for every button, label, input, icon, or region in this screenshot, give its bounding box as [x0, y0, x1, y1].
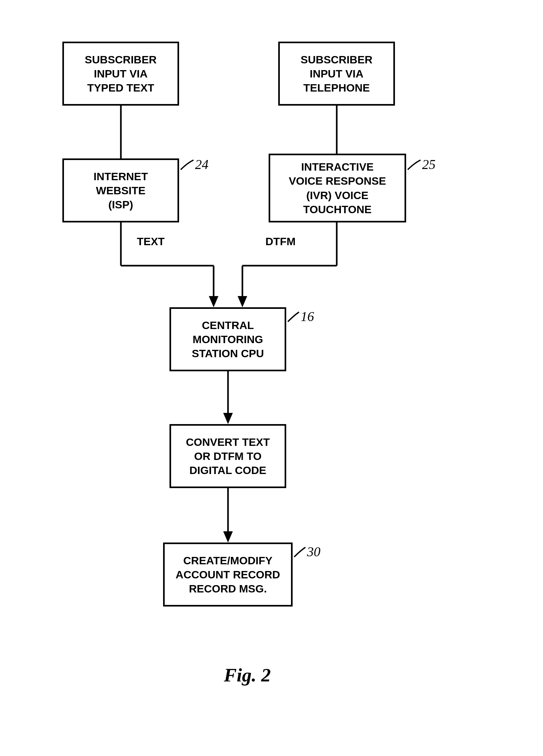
diagram-svg	[0, 0, 543, 756]
svg-marker-5	[209, 296, 219, 307]
svg-marker-9	[238, 296, 247, 307]
svg-marker-11	[223, 413, 233, 424]
svg-marker-13	[223, 531, 233, 543]
